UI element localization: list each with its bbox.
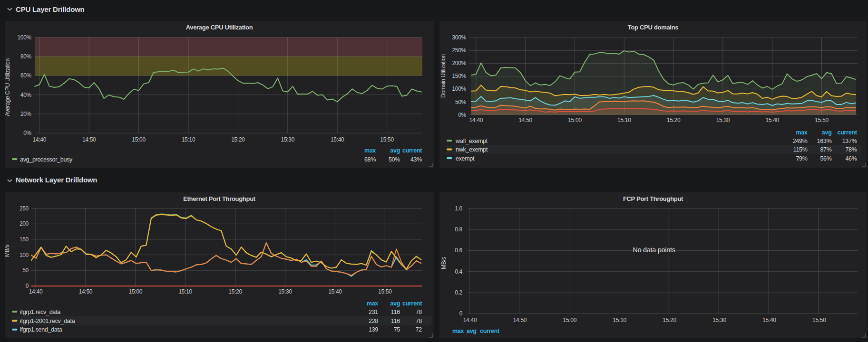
- svg-text:15:10: 15:10: [613, 317, 626, 323]
- svg-text:200: 200: [20, 220, 29, 227]
- svg-text:15:30: 15:30: [716, 117, 730, 124]
- svg-text:50: 50: [22, 267, 29, 274]
- svg-text:avg: avg: [467, 328, 477, 334]
- svg-text:231: 231: [369, 309, 378, 315]
- svg-text:wafl_exempt: wafl_exempt: [455, 138, 488, 144]
- svg-text:50%: 50%: [455, 99, 467, 105]
- svg-text:1.0: 1.0: [455, 205, 462, 212]
- svg-text:ifgrp1.recv_data: ifgrp1.recv_data: [20, 309, 60, 315]
- svg-text:Domain Utilization: Domain Utilization: [440, 54, 447, 97]
- svg-text:78: 78: [416, 318, 422, 324]
- svg-text:14:50: 14:50: [82, 136, 96, 143]
- svg-text:56%: 56%: [820, 155, 831, 162]
- svg-text:avg: avg: [822, 129, 832, 136]
- svg-text:15:20: 15:20: [663, 317, 676, 323]
- svg-text:15:40: 15:40: [331, 136, 344, 143]
- svg-text:87%: 87%: [820, 146, 831, 153]
- svg-text:80%: 80%: [20, 53, 32, 60]
- svg-text:avg: avg: [390, 300, 400, 307]
- svg-text:43%: 43%: [410, 156, 422, 163]
- svg-text:ifgrp1-2001.recv_data: ifgrp1-2001.recv_data: [20, 318, 75, 324]
- svg-text:15:20: 15:20: [667, 117, 681, 124]
- svg-text:15:00: 15:00: [563, 317, 577, 323]
- svg-text:14:40: 14:40: [463, 317, 477, 323]
- svg-text:ifgrp1.send_data: ifgrp1.send_data: [20, 326, 62, 333]
- svg-text:current: current: [480, 328, 500, 334]
- svg-text:116: 116: [391, 318, 400, 324]
- svg-text:249%: 249%: [793, 138, 808, 144]
- svg-text:100: 100: [20, 252, 29, 258]
- svg-text:current: current: [402, 300, 422, 307]
- svg-text:0.2: 0.2: [455, 289, 462, 296]
- svg-text:avg: avg: [390, 147, 400, 154]
- svg-text:163%: 163%: [817, 138, 832, 144]
- svg-text:15:00: 15:00: [568, 117, 582, 124]
- svg-text:14:40: 14:40: [33, 136, 47, 143]
- svg-text:100%: 100%: [18, 34, 32, 41]
- svg-text:40%: 40%: [20, 92, 32, 98]
- svg-text:15:40: 15:40: [765, 117, 779, 124]
- svg-text:139: 139: [369, 326, 378, 333]
- svg-text:250%: 250%: [452, 47, 467, 54]
- svg-text:15:10: 15:10: [182, 136, 195, 143]
- svg-text:max: max: [452, 328, 464, 334]
- svg-text:0%: 0%: [458, 112, 466, 118]
- svg-text:79%: 79%: [796, 155, 807, 162]
- svg-text:78%: 78%: [845, 146, 857, 153]
- svg-text:Average CPU Utilization: Average CPU Utilization: [5, 58, 11, 116]
- svg-text:228: 228: [369, 318, 378, 324]
- svg-text:200%: 200%: [452, 60, 467, 66]
- svg-text:No data points: No data points: [633, 246, 675, 254]
- svg-text:15:40: 15:40: [762, 317, 776, 323]
- svg-text:0.4: 0.4: [455, 268, 462, 275]
- svg-text:max: max: [367, 300, 378, 307]
- svg-text:72: 72: [416, 326, 422, 333]
- svg-text:60%: 60%: [20, 72, 32, 79]
- svg-text:116: 116: [391, 309, 400, 315]
- svg-text:MB/s: MB/s: [5, 245, 10, 257]
- svg-text:68%: 68%: [364, 156, 376, 163]
- svg-text:max: max: [364, 147, 376, 154]
- svg-text:50%: 50%: [389, 156, 400, 163]
- svg-text:150: 150: [20, 236, 29, 243]
- svg-text:avg_processor_busy: avg_processor_busy: [20, 156, 73, 163]
- svg-text:current: current: [838, 129, 858, 136]
- svg-text:15:20: 15:20: [231, 136, 245, 143]
- svg-text:0.8: 0.8: [455, 226, 462, 233]
- svg-text:15:30: 15:30: [281, 136, 295, 143]
- svg-text:14:50: 14:50: [518, 117, 532, 124]
- svg-text:137%: 137%: [842, 138, 857, 144]
- svg-text:0.6: 0.6: [455, 247, 462, 254]
- svg-text:15:50: 15:50: [380, 136, 394, 143]
- svg-text:250: 250: [20, 205, 29, 212]
- svg-text:15:30: 15:30: [712, 317, 726, 323]
- svg-text:nwk_exempt: nwk_exempt: [456, 146, 488, 153]
- svg-text:exempt: exempt: [456, 155, 475, 162]
- svg-text:20%: 20%: [20, 111, 32, 117]
- svg-text:14:40: 14:40: [29, 288, 43, 295]
- svg-text:15:00: 15:00: [129, 288, 143, 295]
- svg-text:15:20: 15:20: [228, 288, 242, 295]
- svg-text:0: 0: [26, 283, 29, 289]
- svg-text:14:50: 14:50: [513, 317, 527, 323]
- svg-text:15:50: 15:50: [378, 288, 392, 295]
- svg-text:46%: 46%: [845, 155, 857, 162]
- svg-text:75: 75: [394, 326, 400, 333]
- svg-text:current: current: [402, 147, 422, 154]
- svg-text:MB/s: MB/s: [440, 257, 447, 269]
- svg-text:115%: 115%: [793, 146, 808, 153]
- svg-text:0%: 0%: [23, 130, 31, 136]
- svg-text:78: 78: [416, 309, 422, 315]
- svg-text:15:50: 15:50: [812, 317, 826, 323]
- svg-text:150%: 150%: [452, 73, 467, 79]
- svg-text:14:50: 14:50: [79, 288, 93, 295]
- svg-text:max: max: [796, 129, 807, 136]
- svg-text:0: 0: [459, 310, 463, 317]
- svg-text:300%: 300%: [452, 34, 467, 41]
- svg-text:15:50: 15:50: [815, 117, 829, 124]
- svg-text:15:10: 15:10: [617, 117, 631, 124]
- svg-text:15:00: 15:00: [132, 136, 146, 143]
- svg-text:15:40: 15:40: [328, 288, 342, 295]
- svg-text:100%: 100%: [452, 86, 467, 92]
- svg-text:15:30: 15:30: [278, 288, 292, 295]
